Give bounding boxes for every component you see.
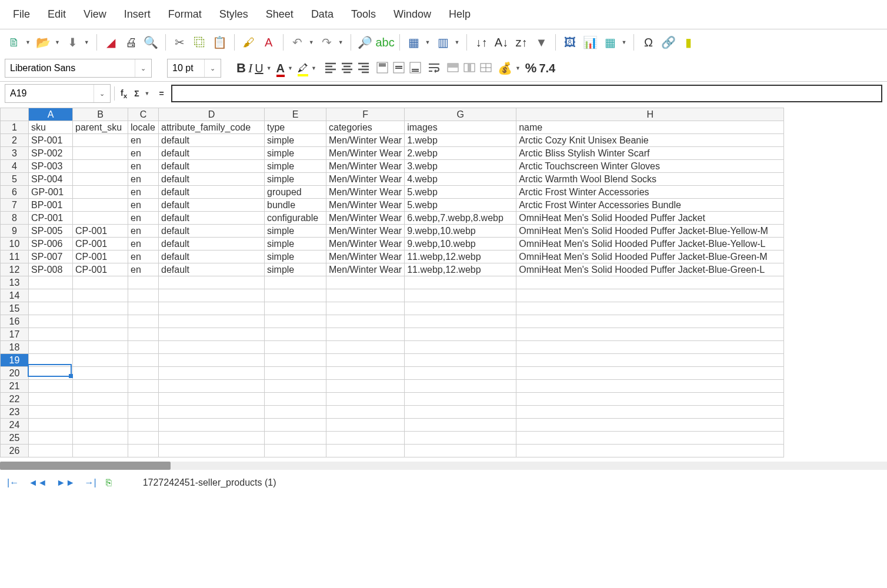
save-dropdown-icon[interactable]: ▼ xyxy=(84,39,89,45)
col-header-E[interactable]: E xyxy=(265,108,326,121)
cell-C17[interactable] xyxy=(128,328,159,341)
row-header-26[interactable]: 26 xyxy=(1,445,29,457)
cell-E5[interactable]: simple xyxy=(265,173,326,186)
cell-H15[interactable] xyxy=(516,302,784,315)
special-char-icon[interactable]: Ω xyxy=(639,33,658,52)
cell-E4[interactable]: simple xyxy=(265,160,326,173)
cell-G1[interactable]: images xyxy=(405,121,516,134)
next-sheet-button[interactable]: ►► xyxy=(54,477,78,488)
sum-icon[interactable]: Σ xyxy=(133,89,140,98)
cell-E23[interactable] xyxy=(265,406,326,419)
cell-A7[interactable]: BP-001 xyxy=(29,199,73,212)
currency-dropdown-icon[interactable]: ▼ xyxy=(515,65,521,71)
cell-C20[interactable] xyxy=(128,367,159,380)
cell-H23[interactable] xyxy=(516,406,784,419)
cell-F26[interactable] xyxy=(326,445,405,457)
cell-B23[interactable] xyxy=(73,406,128,419)
row-header-24[interactable]: 24 xyxy=(1,419,29,432)
cell-reference-box[interactable]: ⌄ xyxy=(5,84,111,103)
cell-B22[interactable] xyxy=(73,393,128,406)
cell-C21[interactable] xyxy=(128,380,159,393)
valign-top-button[interactable] xyxy=(375,61,389,76)
cell-E22[interactable] xyxy=(265,393,326,406)
cell-H8[interactable]: OmniHeat Men's Solid Hooded Puffer Jacke… xyxy=(516,212,784,225)
cell-E8[interactable]: configurable xyxy=(265,212,326,225)
cell-E18[interactable] xyxy=(265,341,326,354)
cell-F24[interactable] xyxy=(326,419,405,432)
menu-styles[interactable]: Styles xyxy=(211,6,256,23)
cell-C1[interactable]: locale xyxy=(128,121,159,134)
find-icon[interactable]: 🔎 xyxy=(356,33,375,52)
row-header-6[interactable]: 6 xyxy=(1,186,29,199)
cell-C25[interactable] xyxy=(128,432,159,445)
cell-E13[interactable] xyxy=(265,276,326,289)
cell-G21[interactable] xyxy=(405,380,516,393)
cell-H25[interactable] xyxy=(516,432,784,445)
undo-icon[interactable]: ↶ xyxy=(288,33,307,52)
menu-sheet[interactable]: Sheet xyxy=(258,6,302,23)
cell-H12[interactable]: OmniHeat Men's Solid Hooded Puffer Jacke… xyxy=(516,263,784,276)
col-header-D[interactable]: D xyxy=(159,108,265,121)
cell-reference-input[interactable] xyxy=(5,85,94,102)
cell-B24[interactable] xyxy=(73,419,128,432)
print-icon[interactable]: 🖨 xyxy=(122,33,141,52)
row-header-15[interactable]: 15 xyxy=(1,302,29,315)
cell-D3[interactable]: default xyxy=(159,147,265,160)
cell-H22[interactable] xyxy=(516,393,784,406)
merge-center-button[interactable] xyxy=(462,61,476,76)
pdf-icon[interactable]: ◢ xyxy=(102,33,121,52)
cell-C2[interactable]: en xyxy=(128,134,159,147)
cell-D24[interactable] xyxy=(159,419,265,432)
cell-A26[interactable] xyxy=(29,445,73,457)
cell-C7[interactable]: en xyxy=(128,199,159,212)
cell-C10[interactable]: en xyxy=(128,238,159,250)
italic-button[interactable]: I xyxy=(248,61,252,76)
cut-icon[interactable]: ✂ xyxy=(171,33,189,52)
chart-icon[interactable]: 📊 xyxy=(581,33,599,52)
cell-D19[interactable] xyxy=(159,354,265,367)
cell-H20[interactable] xyxy=(516,367,784,380)
cell-E24[interactable] xyxy=(265,419,326,432)
row-header-9[interactable]: 9 xyxy=(1,225,29,238)
cell-G12[interactable]: 11.webp,12.webp xyxy=(405,263,516,276)
font-name-input[interactable] xyxy=(5,59,135,77)
cell-F15[interactable] xyxy=(326,302,405,315)
cell-A2[interactable]: SP-001 xyxy=(29,134,73,147)
cell-B26[interactable] xyxy=(73,445,128,457)
cell-B21[interactable] xyxy=(73,380,128,393)
align-left-button[interactable] xyxy=(324,61,338,76)
cell-D20[interactable] xyxy=(159,367,265,380)
cell-A11[interactable]: SP-007 xyxy=(29,250,73,263)
cell-G14[interactable] xyxy=(405,289,516,302)
cell-H13[interactable] xyxy=(516,276,784,289)
first-sheet-button[interactable]: |← xyxy=(5,477,21,488)
cell-E11[interactable]: simple xyxy=(265,250,326,263)
cell-E12[interactable]: simple xyxy=(265,263,326,276)
cell-D2[interactable]: default xyxy=(159,134,265,147)
cell-F20[interactable] xyxy=(326,367,405,380)
row-header-4[interactable]: 4 xyxy=(1,160,29,173)
cell-F12[interactable]: Men/Winter Wear xyxy=(326,263,405,276)
cell-E20[interactable] xyxy=(265,367,326,380)
menu-file[interactable]: File xyxy=(5,6,38,23)
cell-D1[interactable]: attribute_family_code xyxy=(159,121,265,134)
font-name-caret-icon[interactable]: ⌄ xyxy=(135,59,151,77)
cell-A18[interactable] xyxy=(29,341,73,354)
menu-help[interactable]: Help xyxy=(441,6,479,23)
cell-B7[interactable] xyxy=(73,199,128,212)
cell-G5[interactable]: 4.webp xyxy=(405,173,516,186)
cell-F14[interactable] xyxy=(326,289,405,302)
cell-A6[interactable]: GP-001 xyxy=(29,186,73,199)
align-center-button[interactable] xyxy=(340,61,354,76)
cell-F17[interactable] xyxy=(326,328,405,341)
cell-D22[interactable] xyxy=(159,393,265,406)
redo-icon[interactable]: ↷ xyxy=(318,33,336,52)
cell-H21[interactable] xyxy=(516,380,784,393)
row-header-13[interactable]: 13 xyxy=(1,276,29,289)
cell-F23[interactable] xyxy=(326,406,405,419)
cell-B11[interactable]: CP-001 xyxy=(73,250,128,263)
font-size-input[interactable] xyxy=(168,59,204,77)
menu-window[interactable]: Window xyxy=(385,6,439,23)
row-header-23[interactable]: 23 xyxy=(1,406,29,419)
cell-F25[interactable] xyxy=(326,432,405,445)
